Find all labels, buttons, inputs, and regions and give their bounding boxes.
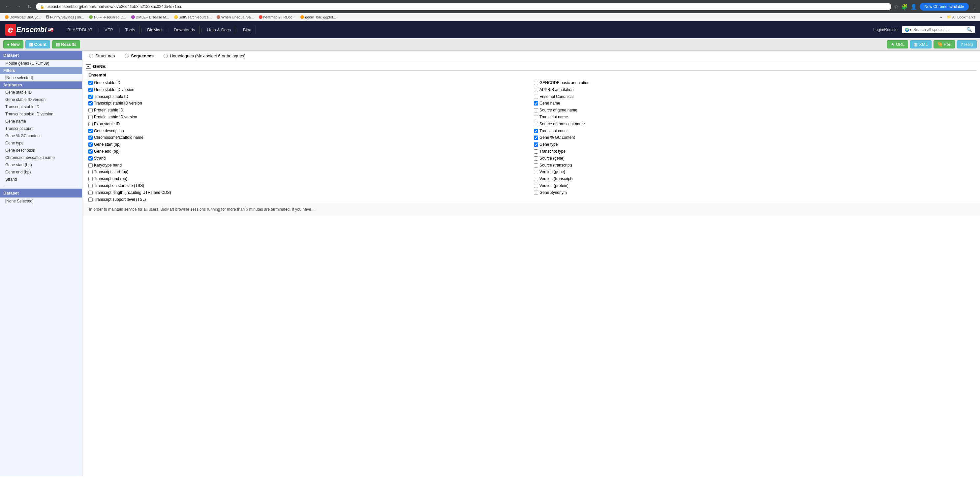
sidebar-gene-stable-id[interactable]: Gene stable ID — [0, 89, 82, 96]
checkbox-tss[interactable] — [88, 184, 93, 188]
back-button[interactable]: ← — [3, 3, 12, 10]
checkbox-gene-gc-content[interactable] — [534, 135, 538, 140]
nav-blog[interactable]: Blog — [239, 25, 256, 34]
checkbox-transcript-end[interactable] — [88, 177, 93, 181]
label-source-transcript[interactable]: Source (transcript) — [539, 162, 572, 168]
checkbox-source-gene[interactable] — [534, 156, 538, 160]
ensembl-logo[interactable]: e Ensembl 🇺🇸 — [5, 24, 53, 36]
checkbox-version-protein[interactable] — [534, 184, 538, 188]
label-appris[interactable]: APPRIS annotation — [539, 87, 573, 93]
nav-help-docs[interactable]: Help & Docs — [203, 25, 235, 34]
dataset2-value[interactable]: [None Selected] — [0, 197, 82, 205]
checkbox-ensembl-canonical[interactable] — [534, 95, 538, 99]
sidebar-strand[interactable]: Strand — [0, 176, 82, 183]
label-gene-stable-id-version[interactable]: Gene stable ID version — [94, 87, 134, 93]
label-version-gene[interactable]: Version (gene) — [539, 169, 565, 175]
login-register-link[interactable]: Login/Register — [873, 27, 899, 32]
forward-button[interactable]: → — [14, 3, 23, 10]
label-chromosome[interactable]: Chromosome/scaffold name — [94, 135, 143, 140]
sidebar-chromosome[interactable]: Chromosome/scaffold name — [0, 154, 82, 161]
label-gene-description[interactable]: Gene description — [94, 128, 124, 134]
checkbox-gene-synonym[interactable] — [534, 191, 538, 195]
radio-sequences[interactable] — [125, 54, 129, 58]
results-button[interactable]: ▤ Results — [52, 40, 80, 48]
label-transcript-stable-id-version[interactable]: Transcript stable ID version — [94, 100, 142, 106]
checkbox-transcript-count[interactable] — [534, 129, 538, 133]
label-source-gene[interactable]: Source (gene) — [539, 156, 565, 161]
sidebar-gene-stable-id-version[interactable]: Gene stable ID version — [0, 96, 82, 103]
checkbox-gene-end[interactable] — [88, 149, 93, 154]
sidebar-transcript-count[interactable]: Transcript count — [0, 125, 82, 132]
checkbox-source-transcript-name[interactable] — [534, 122, 538, 126]
nav-blast-blat[interactable]: BLAST/BLAT — [63, 25, 97, 34]
label-strand[interactable]: Strand — [94, 156, 105, 161]
sidebar-gene-name[interactable]: Gene name — [0, 118, 82, 125]
dataset-value[interactable]: Mouse genes (GRCm39) — [0, 60, 82, 67]
checkbox-gene-stable-id[interactable] — [88, 81, 93, 85]
label-transcript-type[interactable]: Transcript type — [539, 149, 565, 154]
label-protein-stable-id-version[interactable]: Protein stable ID version — [94, 114, 137, 120]
url-bar[interactable]: 🔒 useast.ensembl.org/biomart/martview/f0… — [36, 3, 891, 10]
radio-structures[interactable] — [89, 54, 93, 58]
label-gene-end[interactable]: Gene end (bp) — [94, 149, 119, 154]
nav-tools[interactable]: Tools — [121, 25, 139, 34]
checkbox-transcript-start[interactable] — [88, 170, 93, 174]
label-gene-start[interactable]: Gene start (bp) — [94, 142, 121, 148]
checkbox-transcript-type[interactable] — [534, 149, 538, 154]
label-tss[interactable]: Transcription start site (TSS) — [94, 183, 144, 189]
checkbox-version-gene[interactable] — [534, 170, 538, 174]
label-source-transcript-name[interactable]: Source of transcript name — [539, 121, 585, 127]
checkbox-gene-description[interactable] — [88, 129, 93, 133]
new-chrome-button[interactable]: New Chrome available — [920, 3, 969, 11]
bookmark-6[interactable]: 🔴 heatmap.2 | RDoc... — [256, 14, 298, 20]
checkbox-transcript-stable-id[interactable] — [88, 95, 93, 99]
checkbox-transcript-support-level[interactable] — [88, 197, 93, 202]
bookmark-1[interactable]: 🖼 Funny Sayings | sh... — [44, 14, 86, 20]
label-transcript-support-level[interactable]: Transcript support level (TSL) — [94, 197, 146, 202]
nav-downloads[interactable]: Downloads — [170, 25, 199, 34]
checkbox-gene-start[interactable] — [88, 143, 93, 147]
checkbox-protein-stable-id[interactable] — [88, 108, 93, 113]
checkbox-gencode-basic[interactable] — [534, 81, 538, 85]
option-homologues[interactable]: Homologues (Max select 6 orthologues) — [164, 53, 246, 58]
nav-biomart[interactable]: BioMart — [143, 25, 166, 34]
label-transcript-name[interactable]: Transcript name — [539, 114, 568, 120]
label-gene-stable-id[interactable]: Gene stable ID — [94, 80, 120, 86]
bookmark-7[interactable]: 🟠 geom_bar. ggplot... — [298, 14, 338, 20]
label-version-transcript[interactable]: Version (transcript) — [539, 176, 573, 182]
search-input[interactable] — [913, 27, 964, 32]
sidebar-gene-gc-content[interactable]: Gene % GC content — [0, 132, 82, 140]
checkbox-gene-stable-id-version[interactable] — [88, 88, 93, 92]
option-sequences[interactable]: Sequences — [125, 53, 154, 58]
checkbox-transcript-stable-id-version[interactable] — [88, 101, 93, 105]
checkbox-gene-name[interactable] — [534, 101, 538, 105]
gene-section-header[interactable]: − GENE: — [86, 61, 977, 71]
checkbox-transcript-name[interactable] — [534, 115, 538, 119]
bookmark-5[interactable]: 🟤 When Unequal Sa... — [214, 14, 256, 20]
label-transcript-stable-id[interactable]: Transcript stable ID — [94, 94, 128, 100]
bookmark-3[interactable]: 🟣 DMLE+ Disease M... — [129, 14, 171, 20]
xml-button[interactable]: ▦ XML — [910, 40, 932, 48]
label-gene-type[interactable]: Gene type — [539, 142, 558, 148]
species-search-bar[interactable]: 🌍▾ 🔍 — [902, 26, 975, 33]
label-gene-gc-content[interactable]: Gene % GC content — [539, 135, 575, 140]
bookmark-2[interactable]: 🟢 1.8 – R-squared C... — [87, 14, 128, 20]
radio-homologues[interactable] — [164, 54, 168, 58]
label-transcript-length[interactable]: Transcript length (including UTRs and CD… — [94, 190, 171, 195]
checkbox-appris[interactable] — [534, 88, 538, 92]
checkbox-exon-stable-id[interactable] — [88, 122, 93, 126]
label-gene-synonym[interactable]: Gene Synonym — [539, 190, 567, 195]
help-button[interactable]: ? Help — [957, 40, 977, 48]
checkbox-source-gene-name[interactable] — [534, 108, 538, 113]
sidebar-gene-type[interactable]: Gene type — [0, 140, 82, 147]
profile-icon[interactable]: 👤 — [910, 4, 917, 10]
label-version-protein[interactable]: Version (protein) — [539, 183, 568, 189]
label-ensembl-canonical[interactable]: Ensembl Canonical — [539, 94, 573, 100]
filters-header[interactable]: Filters — [0, 67, 82, 74]
checkbox-transcript-length[interactable] — [88, 191, 93, 195]
attributes-header[interactable]: Attributes — [0, 81, 82, 89]
bookmark-0[interactable]: 🟠 Download BioCyc... — [3, 14, 43, 20]
checkbox-version-transcript[interactable] — [534, 177, 538, 181]
sidebar-transcript-stable-id[interactable]: Transcript stable ID — [0, 103, 82, 110]
label-source-gene-name[interactable]: Source of gene name — [539, 108, 578, 113]
